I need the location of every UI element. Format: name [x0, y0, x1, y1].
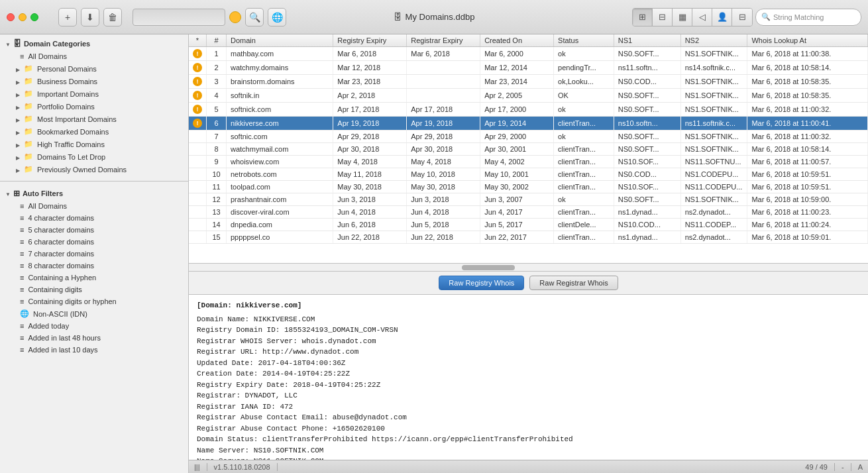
col-header-status[interactable]: Status [554, 34, 614, 47]
warning-cell [189, 206, 207, 219]
col-header-rar-expiry[interactable]: Registrar Expiry [407, 34, 480, 47]
domains-table: * # Domain Registry Expiry Registrar Exp… [189, 34, 868, 244]
detail-view-button[interactable]: ▦ [673, 9, 692, 26]
col-header-reg-expiry[interactable]: Registry Expiry [333, 34, 407, 47]
whois-toolbar: Raw Registry Whois Raw Registrar Whois [189, 271, 868, 294]
sidebar-item-personal-domains[interactable]: 📁 Personal Domains [0, 62, 188, 75]
sidebar-filter-digits[interactable]: ≡ Containing digits [0, 284, 188, 295]
row-number: 11 [207, 181, 227, 193]
table-row[interactable]: 11toolpad.comMay 30, 2018May 30, 2018May… [189, 181, 868, 193]
status-cell: clientTran... [554, 206, 614, 219]
sidebar-filter-digits-hyphen[interactable]: ≡ Containing digits or hyphen [0, 295, 188, 307]
sidebar-filter-6char[interactable]: ≡ 6 character domains [0, 236, 188, 248]
sidebar-filter-added-today[interactable]: ≡ Added today [0, 320, 188, 332]
table-row[interactable]: !4softnik.inApr 2, 2018Apr 2, 2005OKNS0.… [189, 89, 868, 103]
table-row[interactable]: !6nikkiverse.comApr 19, 2018Apr 19, 2018… [189, 117, 868, 131]
sidebar-item-important-domains[interactable]: 📁 Important Domains [0, 87, 188, 100]
sidebar-item-let-drop[interactable]: 📁 Domains To Let Drop [0, 150, 188, 163]
col-header-ns1[interactable]: NS1 [614, 34, 680, 47]
registry-expiry-cell: Jun 3, 2018 [333, 193, 407, 206]
warning-cell: ! [189, 47, 207, 61]
string-matching-search[interactable]: 🔍 String Matching [755, 9, 861, 26]
col-header-num[interactable]: # [207, 34, 227, 47]
minimize-button[interactable] [19, 13, 27, 21]
table-row[interactable]: !5softnick.comApr 17, 2018Apr 17, 2018Ap… [189, 103, 868, 117]
row-number: 12 [207, 193, 227, 206]
globe-button[interactable]: 🌐 [268, 8, 286, 26]
resize-handle[interactable]: ||| [194, 463, 200, 471]
search-left-input[interactable] [133, 9, 225, 26]
search-icon: 🔍 [761, 13, 771, 21]
status-cell: clientTran... [554, 117, 614, 131]
sidebar-all-domains-2[interactable]: ≡ All Domains [0, 200, 188, 212]
table-row[interactable]: !1mathbay.comMar 6, 2018Mar 6, 2018Mar 6… [189, 47, 868, 61]
registrar-expiry-cell [407, 61, 480, 75]
col-header-whois[interactable]: Whois Lookup At [747, 34, 868, 47]
row-number: 4 [207, 89, 227, 103]
domain-categories-header[interactable]: 🗄 Domain Categories [0, 37, 188, 50]
registrar-expiry-cell: Mar 6, 2018 [407, 47, 480, 61]
col-header-ns2[interactable]: NS2 [680, 34, 747, 47]
sidebar-filter-7char[interactable]: ≡ 7 character domains [0, 248, 188, 260]
table-row[interactable]: 15pppppsel.coJun 22, 2018Jun 22, 2018Jun… [189, 231, 868, 244]
sidebar-item-most-important[interactable]: 📁 Most Important Domains [0, 113, 188, 125]
list-view-button[interactable]: ⊟ [653, 9, 673, 26]
download-button[interactable]: ⬇ [81, 8, 99, 26]
search-icon-btn[interactable]: 🔍 [245, 8, 264, 26]
toolbar-right: ⊞ ⊟ ▦ ◁ 👤 ⊟ 🔍 String Matching [632, 8, 861, 26]
table-row[interactable]: 13discover-viral.comJun 4, 2018Jun 4, 20… [189, 206, 868, 219]
sidebar-filter-added-10d[interactable]: ≡ Added in last 10 days [0, 344, 188, 356]
export-button[interactable]: ⊟ [732, 9, 752, 26]
table-row[interactable]: 12prashantnair.comJun 3, 2018Jun 3, 2018… [189, 193, 868, 206]
table-row[interactable]: 8watchmymail.comApr 30, 2018Apr 30, 2018… [189, 143, 868, 156]
sidebar-filter-8char[interactable]: ≡ 8 character domains [0, 260, 188, 272]
back-button[interactable]: ◁ [692, 9, 712, 26]
sidebar-item-high-traffic[interactable]: 📁 High Traffic Domains [0, 138, 188, 150]
col-header-created[interactable]: Created On [480, 34, 554, 47]
table-row[interactable]: 14dnpedia.comJun 6, 2018Jun 5, 2018Jun 5… [189, 219, 868, 231]
whois-line: Registrar Abuse Contact Email: abuse@dyn… [197, 412, 860, 423]
table-row[interactable]: !3brainstorm.domainsMar 23, 2018Mar 23, … [189, 75, 868, 89]
auto-filters-header[interactable]: ⊞ Auto Filters [0, 187, 188, 200]
delete-button[interactable]: 🗑 [103, 8, 122, 26]
raw-registrar-whois-button[interactable]: Raw Registrar Whois [529, 276, 618, 290]
table-row[interactable]: 7softnic.comApr 29, 2018Apr 29, 2018Apr … [189, 131, 868, 143]
domains-table-area[interactable]: * # Domain Registry Expiry Registrar Exp… [189, 34, 868, 263]
sidebar-filter-non-ascii[interactable]: 🌐 Non-ASCII (IDN) [0, 307, 188, 320]
raw-registry-whois-button[interactable]: Raw Registry Whois [439, 276, 524, 290]
sidebar-item-portfolio-domains[interactable]: 📁 Portfolio Domains [0, 100, 188, 113]
col-header-domain[interactable]: Domain [227, 34, 333, 47]
status-right: 49 / 49 - A [805, 463, 863, 471]
filter-list-icon: ≡ [20, 262, 24, 270]
scroll-thumb[interactable] [462, 265, 515, 270]
grid-view-button[interactable]: ⊞ [633, 9, 653, 26]
add-button[interactable]: + [58, 8, 77, 26]
maximize-button[interactable] [30, 13, 38, 21]
domain-categories-section: 🗄 Domain Categories ≡ All Domains 📁 Pers… [0, 34, 188, 178]
sidebar-filter-added-48h[interactable]: ≡ Added in last 48 hours [0, 332, 188, 344]
sidebar-item-previously-owned[interactable]: 📁 Previously Owned Domains [0, 163, 188, 176]
created-on-cell: May 10, 2001 [480, 168, 554, 181]
status-cell: ok [554, 103, 614, 117]
whois-cell: Mar 6, 2018 at 11:00:41. [747, 117, 868, 131]
sidebar-all-domains-1[interactable]: ≡ All Domains [0, 50, 188, 62]
domain-cell: dnpedia.com [227, 219, 333, 231]
sidebar-item-bookmarked[interactable]: 📁 Bookmarked Domains [0, 125, 188, 138]
table-row[interactable]: 10netrobots.comMay 11, 2018May 10, 2018M… [189, 168, 868, 181]
sidebar-filter-4char[interactable]: ≡ 4 character domains [0, 212, 188, 224]
filter-list-icon: ≡ [20, 297, 24, 305]
horizontal-scrollbar[interactable] [189, 263, 868, 271]
folder-icon: 📁 [24, 64, 33, 73]
table-row[interactable]: !2watchmy.domainsMar 12, 2018Mar 12, 201… [189, 61, 868, 75]
col-header-star[interactable]: * [189, 34, 207, 47]
whois-cell: Mar 6, 2018 at 10:59:01. [747, 231, 868, 244]
person-button[interactable]: 👤 [712, 9, 732, 26]
close-button[interactable] [7, 13, 15, 21]
ns1-cell: ns1.dynad... [614, 231, 680, 244]
table-row[interactable]: 9whoisview.comMay 4, 2018May 4, 2018May … [189, 156, 868, 168]
sidebar-filter-hyphen[interactable]: ≡ Containing a Hyphen [0, 272, 188, 284]
created-on-cell: Apr 17, 2000 [480, 103, 554, 117]
filter-globe-icon: 🌐 [20, 309, 29, 318]
sidebar-filter-5char[interactable]: ≡ 5 character domains [0, 224, 188, 236]
sidebar-item-business-domains[interactable]: 📁 Business Domains [0, 75, 188, 87]
